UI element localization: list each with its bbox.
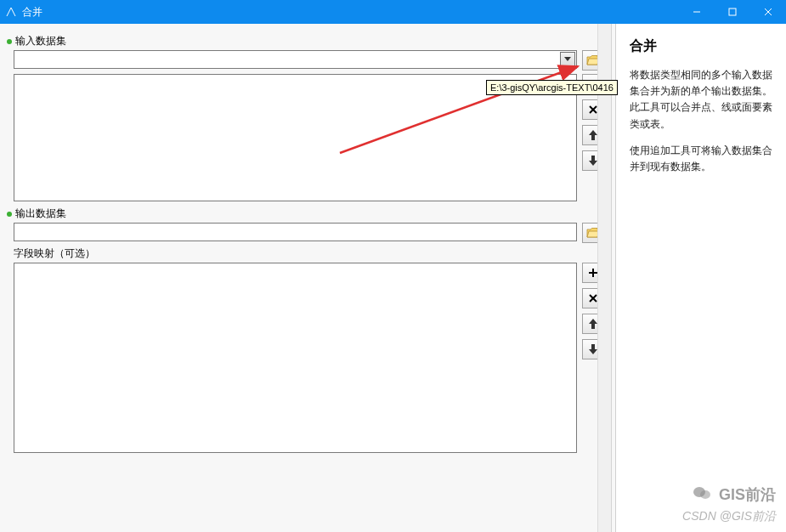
svg-rect-1 xyxy=(729,8,736,15)
dropdown-arrow-button[interactable] xyxy=(560,52,575,67)
svg-marker-9 xyxy=(589,130,597,140)
window-title: 合并 xyxy=(22,5,679,20)
tooltip-text: E:\3-gisQY\arcgis-TEXT\0416 xyxy=(490,82,614,93)
minimize-button[interactable] xyxy=(679,0,715,24)
label-text: 输入数据集 xyxy=(15,34,66,48)
maximize-button[interactable] xyxy=(715,0,750,24)
input-datasets-label: 输入数据集 xyxy=(0,34,611,50)
help-paragraph-1: 将数据类型相同的多个输入数据集合并为新的单个输出数据集。此工具可以合并点、线或面… xyxy=(630,67,772,133)
label-text: 输出数据集 xyxy=(15,207,66,221)
close-button[interactable] xyxy=(750,0,786,24)
field-mapping-list[interactable] xyxy=(14,263,577,453)
output-dataset-input[interactable] xyxy=(14,223,577,241)
svg-marker-15 xyxy=(589,319,597,329)
help-paragraph-2: 使用追加工具可将输入数据集合并到现有数据集。 xyxy=(630,143,772,175)
required-bullet-icon xyxy=(7,39,12,44)
required-bullet-icon xyxy=(7,212,12,217)
output-dataset-label: 输出数据集 xyxy=(0,207,611,223)
label-text: 字段映射（可选） xyxy=(14,246,95,261)
svg-marker-4 xyxy=(564,57,571,61)
help-title: 合并 xyxy=(630,37,772,55)
form-panel: 输入数据集 输出数据集 xyxy=(0,24,612,532)
app-icon xyxy=(5,6,17,18)
main-area: 输入数据集 输出数据集 xyxy=(0,24,786,532)
svg-marker-16 xyxy=(589,344,597,354)
field-mapping-label: 字段映射（可选） xyxy=(0,246,611,263)
input-datasets-dropdown[interactable] xyxy=(14,50,577,69)
svg-marker-10 xyxy=(589,156,597,166)
path-tooltip: E:\3-gisQY\arcgis-TEXT\0416 xyxy=(486,80,618,95)
form-scrollbar[interactable] xyxy=(597,24,611,532)
title-bar: 合并 xyxy=(0,0,786,24)
help-panel: 合并 将数据类型相同的多个输入数据集合并为新的单个输出数据集。此工具可以合并点、… xyxy=(616,24,786,532)
